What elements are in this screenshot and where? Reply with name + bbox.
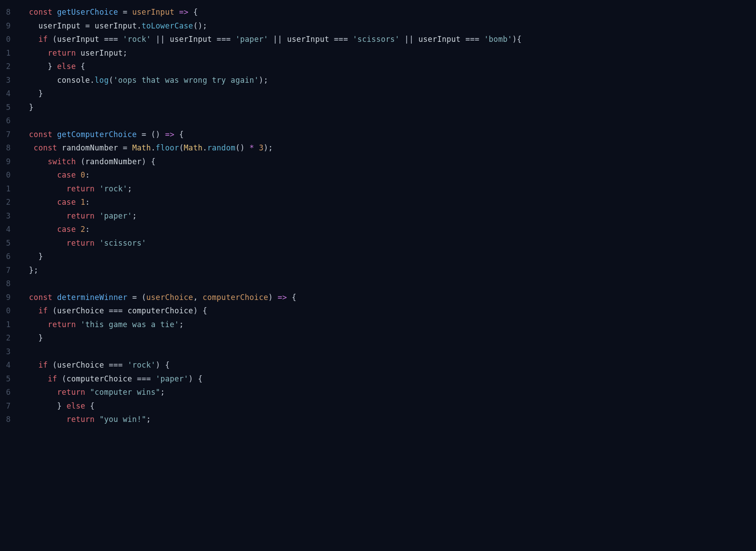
code-line[interactable]: const getUserChoice = userInput => { (20, 5, 522, 19)
token-kw: return (66, 211, 94, 220)
code-line[interactable]: if (computerChoice === 'paper') { (20, 372, 522, 386)
code-line[interactable] (20, 114, 522, 128)
code-editor[interactable]: 8901234567890123456789012345678 const ge… (0, 0, 756, 426)
code-line[interactable]: userInput = userInput.toLowerCase(); (20, 19, 522, 33)
code-line[interactable]: const randomNumber = Math.floor(Math.ran… (20, 141, 522, 155)
token-star: * (249, 143, 254, 152)
line-number: 6 (0, 114, 14, 128)
token-op: () (193, 21, 203, 30)
code-line[interactable]: return 'rock'; (20, 182, 522, 196)
code-line[interactable]: if (userInput === 'rock' || userInput ==… (20, 32, 522, 46)
code-line[interactable]: } (20, 331, 522, 345)
token-op: ) (142, 157, 146, 166)
token-kw: return (57, 388, 85, 397)
line-number: 0 (0, 32, 14, 46)
line-number: 1 (0, 318, 14, 332)
token-id: userInput (287, 35, 329, 44)
token-meth: toLowerCase (142, 21, 193, 30)
token-str: 'bomb' (484, 35, 512, 44)
token-op: ) (188, 374, 193, 383)
line-number: 8 (0, 277, 14, 291)
code-line[interactable]: } (20, 87, 522, 101)
token-op: ) (264, 143, 268, 152)
code-line[interactable] (20, 277, 522, 291)
token-op: { (81, 62, 85, 71)
line-number: 4 (0, 358, 14, 372)
code-line[interactable]: case 2: (20, 223, 522, 236)
code-content[interactable]: const getUserChoice = userInput => { use… (14, 5, 522, 426)
line-number: 8 (0, 413, 14, 426)
code-line[interactable]: return 'this game was a tie'; (20, 318, 522, 332)
code-line[interactable]: } else { (20, 399, 522, 413)
token-num: 2 (81, 225, 85, 234)
line-number: 8 (0, 5, 14, 19)
token-op: ( (179, 143, 184, 152)
code-line[interactable]: const getComputerChoice = () => { (20, 128, 522, 142)
token-op: = (142, 130, 146, 139)
token-str: 'oops that was wrong try again' (114, 76, 259, 85)
token-op: ; (203, 21, 207, 30)
code-line[interactable]: return "computer wins"; (20, 385, 522, 399)
token-id: userChoice (57, 361, 104, 369)
line-number: 9 (0, 291, 14, 304)
code-line[interactable]: return 'scissors' (20, 236, 522, 250)
code-line[interactable]: case 0: (20, 168, 522, 182)
token-id: computerChoice (127, 306, 193, 315)
line-number: 3 (0, 345, 14, 359)
token-op: ; (123, 49, 128, 57)
code-line[interactable]: return "you win!"; (20, 413, 522, 426)
token-op: ) (268, 293, 273, 302)
token-kw: switch (48, 157, 76, 166)
token-op: : (85, 170, 90, 179)
token-op: } (38, 89, 43, 98)
token-str: 'scissors' (99, 239, 146, 247)
code-line[interactable]: } else { (20, 60, 522, 73)
token-kw: if (48, 374, 57, 383)
token-op: } (38, 252, 43, 261)
code-line[interactable]: return userInput; (20, 46, 522, 60)
token-str: 'paper' (99, 211, 132, 220)
token-id: userInput (95, 21, 137, 30)
code-line[interactable]: }; (20, 263, 522, 277)
line-number: 6 (0, 385, 14, 399)
code-line[interactable]: console.log('oops that was wrong try aga… (20, 73, 522, 87)
token-kw: case (57, 225, 76, 234)
line-number: 5 (0, 236, 14, 250)
token-id: userInput (419, 35, 461, 44)
code-line[interactable]: } (20, 101, 522, 114)
token-op: () (151, 130, 160, 139)
code-line[interactable]: case 1: (20, 195, 522, 209)
token-dot: . (151, 143, 156, 152)
code-line[interactable] (20, 345, 522, 359)
code-line[interactable]: if (userChoice === 'rock') { (20, 358, 522, 372)
token-dot: . (137, 21, 142, 30)
token-op: : (85, 198, 90, 207)
token-op: = (123, 143, 128, 152)
token-op: === (137, 374, 151, 383)
token-num: 3 (259, 143, 264, 152)
token-op: ( (53, 35, 57, 44)
code-line[interactable]: } (20, 250, 522, 263)
line-number: 2 (0, 195, 14, 209)
token-op: || (273, 35, 282, 44)
token-arrow: => (179, 8, 188, 16)
code-line[interactable]: const determineWinner = (userChoice, com… (20, 291, 522, 304)
token-kw: return (48, 320, 76, 329)
token-op: ( (109, 76, 114, 85)
token-op: , (193, 293, 198, 302)
token-id: userInput (57, 35, 99, 44)
code-line[interactable]: return 'paper'; (20, 209, 522, 223)
line-number: 9 (0, 19, 14, 33)
token-op: ; (34, 266, 39, 275)
token-kw: return (66, 239, 94, 247)
token-param: userInput (132, 8, 175, 16)
line-number: 4 (0, 223, 14, 236)
token-op: { (203, 306, 207, 315)
token-id: randomNumber (85, 157, 142, 166)
token-str: 'rock' (99, 184, 127, 193)
line-number: 7 (0, 263, 14, 277)
code-line[interactable]: if (userChoice === computerChoice) { (20, 304, 522, 318)
code-line[interactable]: switch (randomNumber) { (20, 155, 522, 169)
token-kw: return (66, 415, 94, 424)
token-obj: Math (184, 143, 203, 152)
